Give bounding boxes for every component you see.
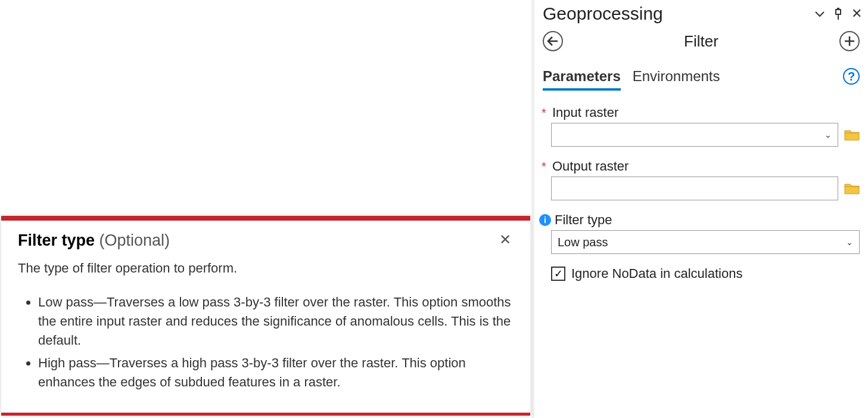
parameters-form: * Input raster ⌄ * Output raster bbox=[534, 91, 868, 293]
back-button[interactable] bbox=[543, 31, 563, 51]
tooltip-title: Filter type (Optional) bbox=[18, 231, 170, 250]
ignore-nodata-checkbox[interactable]: ✓ bbox=[551, 267, 565, 281]
output-raster-label: Output raster bbox=[552, 159, 629, 174]
info-icon[interactable]: i bbox=[539, 214, 551, 226]
help-icon[interactable]: ? bbox=[843, 68, 860, 85]
browse-folder-icon[interactable] bbox=[844, 182, 860, 194]
arrow-left-icon bbox=[547, 36, 559, 46]
ignore-nodata-label: Ignore NoData in calculations bbox=[571, 266, 742, 281]
chevron-down-icon: ⌄ bbox=[846, 237, 853, 247]
svg-rect-1 bbox=[836, 10, 841, 14]
chevron-down-icon: ⌄ bbox=[825, 130, 832, 140]
add-button[interactable] bbox=[839, 31, 860, 51]
filter-type-value: Low pass bbox=[558, 236, 608, 249]
tooltip-close-button[interactable]: ✕ bbox=[497, 231, 514, 248]
field-ignore-nodata: ✓ Ignore NoData in calculations bbox=[538, 266, 860, 281]
pin-icon[interactable] bbox=[833, 8, 843, 20]
output-raster-input[interactable] bbox=[551, 177, 838, 200]
required-marker: * bbox=[539, 106, 549, 120]
tool-name: Filter bbox=[684, 32, 718, 51]
browse-folder-icon[interactable] bbox=[844, 129, 860, 141]
map-view: Filter type (Optional) ✕ The type of fil… bbox=[0, 0, 534, 418]
pane-title: Geoprocessing bbox=[543, 4, 663, 24]
filter-type-label: Filter type bbox=[555, 212, 612, 228]
tooltip-list-item: Low pass—Traverses a low pass 3-by-3 fil… bbox=[38, 293, 514, 350]
required-marker: * bbox=[539, 160, 549, 174]
help-tooltip: Filter type (Optional) ✕ The type of fil… bbox=[1, 216, 530, 416]
field-output-raster: * Output raster bbox=[538, 159, 860, 200]
field-input-raster: * Input raster ⌄ bbox=[538, 105, 860, 147]
filter-type-combo[interactable]: Low pass ⌄ bbox=[551, 230, 860, 254]
input-raster-label: Input raster bbox=[552, 105, 618, 120]
tab-parameters[interactable]: Parameters bbox=[543, 68, 621, 91]
plus-icon bbox=[844, 35, 855, 47]
field-filter-type: i Filter type Low pass ⌄ bbox=[538, 212, 860, 254]
tooltip-list: Low pass—Traverses a low pass 3-by-3 fil… bbox=[38, 293, 514, 391]
chevron-down-icon[interactable] bbox=[814, 10, 825, 18]
tooltip-description: The type of filter operation to perform. bbox=[18, 261, 514, 276]
tab-environments[interactable]: Environments bbox=[633, 68, 720, 91]
geoprocessing-pane: Geoprocessing ✕ Filter Parameters Enviro… bbox=[534, 0, 868, 418]
input-raster-combo[interactable]: ⌄ bbox=[551, 123, 838, 147]
close-icon[interactable]: ✕ bbox=[851, 6, 862, 21]
tooltip-list-item: High pass—Traverses a high pass 3-by-3 f… bbox=[38, 354, 514, 392]
